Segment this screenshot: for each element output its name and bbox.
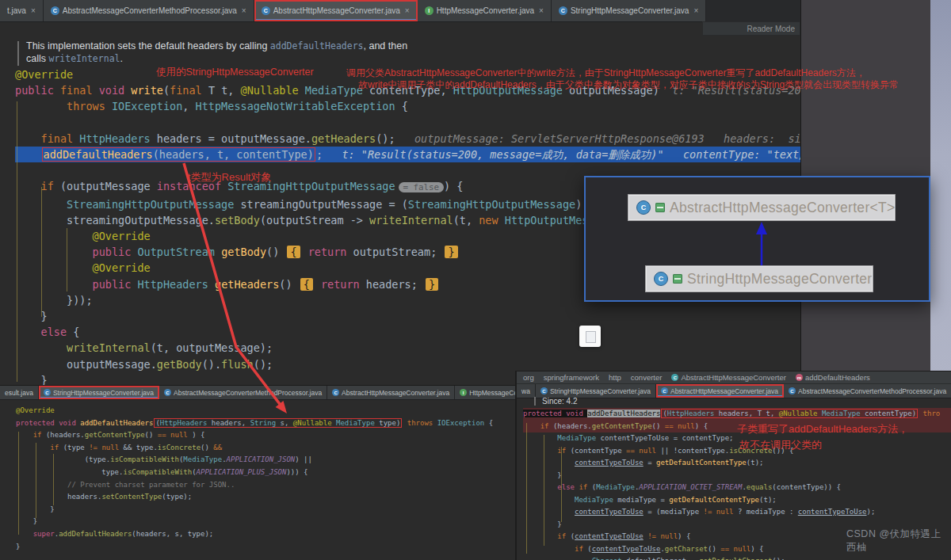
- code-line: super.addDefaultHeaders(headers, s, type…: [16, 528, 515, 541]
- doc-code-ref[interactable]: writeInternal: [48, 53, 120, 64]
- tab-label: AbstractHttpMessageConverter.java: [670, 387, 778, 395]
- indent-guide: [53, 454, 54, 505]
- editor-pane-bottom-left: esult.javaCStringHttpMessageConverter.ja…: [0, 385, 515, 560]
- annotation-red-4: t类型为Result对象: [188, 170, 271, 185]
- interface-file-icon: I: [460, 389, 467, 396]
- annotation-red-1: 使用的StringHttpMessageConverter: [156, 66, 314, 79]
- code-line: if (type != null && type.isConcrete() &&: [16, 442, 515, 455]
- code-line: [15, 115, 800, 131]
- file-tab[interactable]: IHttpMessageConverter.java: [455, 386, 515, 399]
- tab-label: wa: [521, 387, 530, 395]
- top-tab-bar: t.java×CAbstractMessageConverterMethodPr…: [0, 0, 800, 22]
- file-tab[interactable]: CStringHttpMessageConverter.java×: [552, 0, 706, 21]
- csdn-watermark: CSDN @伏加特遇上西柚: [846, 528, 951, 554]
- tab-label: AbstractHttpMessageConverter.java: [273, 6, 400, 15]
- tab-close-icon[interactable]: ×: [242, 6, 246, 15]
- breadcrumb-label: springframework: [544, 373, 599, 382]
- file-tab[interactable]: CAbstractMessageConverterMethodProcessor…: [784, 384, 951, 398]
- breadcrumb-item[interactable]: http: [609, 373, 621, 382]
- code-line: outputMessage.getBody().flush();: [15, 356, 800, 372]
- code-line: (type.isCompatibleWith(MediaType.APPLICA…: [16, 454, 515, 467]
- doc-text: , and then: [364, 40, 408, 51]
- annotation-red-3: 故write中调用子类中的addDefaultHeaders，由于父类中参数为对…: [358, 78, 899, 92]
- code-line: throws IOException, HttpMessageNotWritab…: [15, 98, 800, 114]
- breadcrumb-label: converter: [631, 373, 663, 382]
- doc-comment-bar: [17, 41, 19, 66]
- tab-label: AbstractMessageConverterMethodProcessor.…: [798, 387, 946, 395]
- tab-label: esult.java: [5, 389, 33, 397]
- code-line: contentTypeToUse = getDefaultContentType…: [523, 457, 951, 470]
- uml-child-label: StringHttpMessageConverter: [687, 271, 872, 288]
- uml-parent-class-node[interactable]: C AbstractHttpMessageConverter<T>: [628, 194, 896, 221]
- tab-close-icon[interactable]: ×: [31, 6, 36, 15]
- file-tab[interactable]: IHttpMessageConverter.java×: [418, 0, 552, 21]
- breadcrumb-item[interactable]: springframework: [544, 373, 599, 382]
- code-line: if (headers.getContentType() == null ) {: [16, 429, 515, 442]
- breadcrumb-item[interactable]: maddDefaultHeaders: [796, 373, 870, 382]
- file-tab[interactable]: CStringHttpMessageConverter.java: [536, 384, 656, 398]
- file-tab[interactable]: CAbstractHttpMessageConverter.java×: [254, 0, 418, 21]
- file-tab[interactable]: CAbstractHttpMessageConverter.java: [327, 386, 455, 399]
- breadcrumb-item[interactable]: CAbstractHttpMessageConverter: [671, 373, 786, 382]
- doc-code-ref[interactable]: addDefaultHeaders: [270, 40, 364, 51]
- code-line: @Override: [16, 405, 515, 417]
- breadcrumb-label: http: [609, 373, 621, 382]
- code-line: // Prevent charset parameter for JSON..: [16, 479, 515, 492]
- source-root-icon: [655, 203, 665, 212]
- uml-child-class-node[interactable]: C StringHttpMessageConverter: [645, 265, 873, 292]
- tab-label: AbstractMessageConverterMethodProcessor.…: [63, 6, 237, 15]
- bottom-left-code-editor[interactable]: @Overrideprotected void addDefaultHeader…: [16, 405, 515, 553]
- file-tab[interactable]: CAbstractHttpMessageConverter.java: [656, 384, 784, 398]
- class-hierarchy-popup: C AbstractHttpMessageConverter<T> C Stri…: [584, 176, 930, 302]
- source-root-icon: [673, 274, 682, 284]
- file-tab[interactable]: esult.java: [0, 386, 39, 399]
- code-line: headers.setContentType(type);: [16, 491, 515, 504]
- reader-mode-label: Reader Mode: [747, 25, 795, 33]
- breadcrumb-item[interactable]: org: [523, 373, 534, 382]
- class-file-icon: C: [789, 387, 796, 394]
- code-line: contentTypeToUse = (mediaType != null ? …: [523, 506, 951, 519]
- class-file-icon: C: [262, 6, 270, 15]
- file-tab[interactable]: CStringHttpMessageConverter.java: [39, 386, 159, 399]
- tab-close-icon[interactable]: ×: [539, 6, 544, 15]
- floating-white-square-icon: [579, 326, 601, 347]
- annotation-red-box: addDefaultHeaders(headers, t, contentTyp…: [42, 147, 315, 162]
- tab-label: HttpMessageConverter.java: [469, 389, 515, 397]
- code-line: final HttpHeaders headers = outputMessag…: [15, 131, 800, 147]
- indent-guide: [526, 423, 527, 554]
- class-icon: C: [654, 272, 668, 286]
- file-tab[interactable]: t.java×: [0, 0, 44, 21]
- reader-mode-menu-item[interactable]: Reader Mode: [702, 21, 800, 36]
- class-file-icon: C: [44, 389, 51, 396]
- class-file-icon: C: [332, 389, 339, 396]
- uml-parent-label: AbstractHttpMessageConverter<T>: [670, 200, 896, 216]
- file-tab[interactable]: CAbstractMessageConverterMethodProcessor…: [44, 0, 254, 21]
- code-line: }: [523, 470, 951, 482]
- class-file-icon: C: [51, 6, 59, 15]
- file-tab[interactable]: CAbstractMessageConverterMethodProcessor…: [159, 386, 327, 399]
- code-line: }: [16, 516, 515, 528]
- code-line: }: [16, 504, 515, 516]
- indent-guide: [67, 228, 67, 291]
- tab-label: HttpMessageConverter.java: [437, 6, 534, 15]
- tab-close-icon[interactable]: ×: [693, 6, 698, 15]
- code-line: }: [16, 541, 515, 554]
- tab-close-icon[interactable]: ×: [405, 6, 410, 15]
- code-line: addDefaultHeaders(headers, t, contentTyp…: [15, 147, 800, 162]
- indent-guide: [544, 435, 544, 546]
- code-line: protected void addDefaultHeaders(HttpHea…: [523, 408, 951, 421]
- doc-text: This implementation sets the default hea…: [26, 40, 270, 51]
- doc-text: calls: [26, 53, 48, 64]
- tab-label: StringHttpMessageConverter.java: [550, 387, 651, 395]
- bottom-left-tab-bar: esult.javaCStringHttpMessageConverter.ja…: [0, 386, 515, 400]
- annotation-red-5: 子类重写了addDefaultHeaders方法，: [737, 422, 908, 436]
- indent-guide: [18, 432, 19, 535]
- breadcrumb-label: addDefaultHeaders: [805, 373, 870, 382]
- file-tab[interactable]: wa: [517, 384, 536, 398]
- tab-label: StringHttpMessageConverter.java: [53, 389, 154, 397]
- class-icon: C: [671, 374, 678, 381]
- breadcrumb: orgspringframeworkhttpconverterCAbstract…: [517, 371, 951, 384]
- tab-label: AbstractMessageConverterMethodProcessor.…: [174, 389, 322, 397]
- breadcrumb-item[interactable]: converter: [631, 373, 663, 382]
- bottom-right-tab-bar: waCStringHttpMessageConverter.javaCAbstr…: [517, 384, 951, 398]
